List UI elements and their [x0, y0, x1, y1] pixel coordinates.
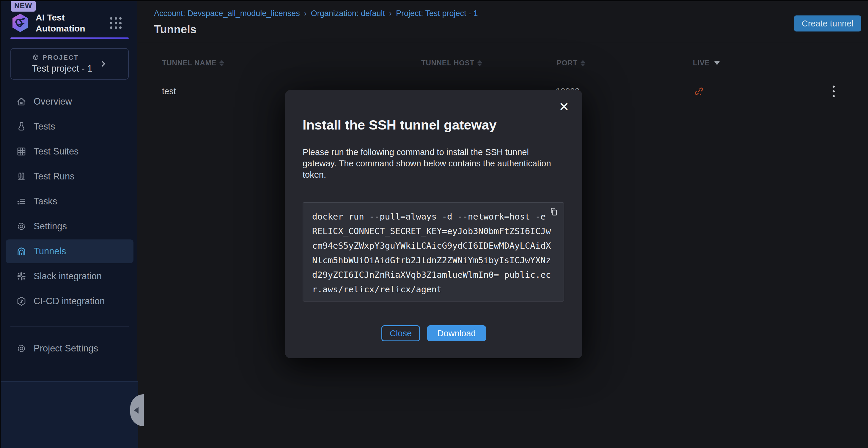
column-header-tunnel-name[interactable]: TUNNEL NAME: [162, 59, 224, 67]
app-name: AI Test Automation: [36, 12, 92, 34]
command-line: docker run --pull=always -d --network=ho…: [312, 210, 555, 224]
sidebar-item-label: Slack integration: [34, 271, 102, 282]
cell-tunnel-name: test: [162, 80, 176, 102]
cell-live-status: [693, 80, 704, 102]
column-header-live[interactable]: LIVE: [693, 59, 720, 67]
sidebar-divider: [10, 326, 129, 326]
sidebar-item-test-suites[interactable]: Test Suites: [1, 139, 138, 164]
command-line: Nlcm5hbWUiOiAidGtrb2JldnZ2ZWNiYm5ibyIsIC…: [312, 253, 555, 268]
command-line: cm94eS5yZWxpY3guYWkiLCAicG9ydCI6IDEwMDAy…: [312, 238, 555, 253]
sidebar-item-label: CI-CD integration: [34, 296, 105, 307]
copy-icon[interactable]: [549, 206, 559, 217]
sidebar-item-slack-integration[interactable]: Slack integration: [1, 264, 138, 289]
command-line: d29yZCI6ICJnZnRiaXVqb3Z1amlueWlmIn0= pub…: [312, 268, 555, 282]
header-divider: [138, 43, 868, 43]
sidebar-item-label: Overview: [34, 96, 72, 107]
breadcrumb: Account: Devspace_all_module_licenses › …: [154, 9, 478, 18]
app-root: NEW AI Test Automation: [0, 0, 868, 448]
breadcrumb-project-link[interactable]: Project: Test project - 1: [396, 9, 478, 18]
sort-icon: [581, 60, 585, 66]
grid-table-icon: [16, 146, 27, 157]
sort-desc-icon: [714, 61, 720, 65]
sidebar-item-label: Test Runs: [34, 171, 74, 182]
command-line: RELICX_CONNECT_SECRET_KEY=eyJob3N0bmFtZS…: [312, 224, 555, 238]
sidebar-nav: Overview Tests Test Suites: [1, 89, 138, 314]
sidebar-item-test-runs[interactable]: Test Runs: [1, 164, 138, 189]
sidebar-item-overview[interactable]: Overview: [1, 89, 138, 114]
sidebar-item-settings[interactable]: Settings: [1, 214, 138, 239]
gear-icon: [16, 343, 27, 354]
sidebar-item-project-settings[interactable]: Project Settings: [1, 336, 138, 361]
sidebar-item-tasks[interactable]: Tasks: [1, 189, 138, 214]
breadcrumb-organization-link[interactable]: Organization: default: [311, 9, 385, 18]
docker-command-code-block: docker run --pull=always -d --network=ho…: [303, 202, 564, 301]
sidebar-item-tunnels[interactable]: Tunnels: [6, 239, 133, 263]
breadcrumb-account-link[interactable]: Account: Devspace_all_module_licenses: [154, 9, 300, 18]
breadcrumb-separator: ›: [389, 9, 392, 18]
close-button[interactable]: Close: [381, 325, 420, 341]
test-runs-icon: [16, 171, 27, 182]
page-title: Tunnels: [154, 23, 196, 36]
package-icon: [32, 54, 39, 62]
modal-body-text: Please run the following command to inst…: [303, 147, 564, 180]
project-selector[interactable]: PROJECT Test project - 1: [10, 48, 129, 79]
sidebar-footer: ? Help AU admin user: [1, 381, 138, 448]
column-header-tunnel-host[interactable]: TUNNEL HOST: [421, 59, 482, 67]
brand-accent-line: [10, 37, 129, 39]
sidebar-item-tests[interactable]: Tests: [1, 114, 138, 139]
close-icon[interactable]: ✕: [559, 101, 569, 113]
sidebar-item-label: Tunnels: [34, 246, 66, 257]
sort-icon: [477, 60, 482, 66]
home-icon: [16, 96, 27, 107]
sidebar-item-label: Test Suites: [34, 146, 79, 157]
tunnel-disconnected-icon: [693, 86, 704, 97]
sort-icon: [219, 60, 224, 66]
chevron-right-icon: [99, 60, 107, 68]
sidebar: NEW AI Test Automation: [0, 0, 137, 448]
app-switcher-grid-icon[interactable]: [110, 17, 122, 29]
kebab-menu-icon[interactable]: [831, 84, 836, 99]
project-selector-label: PROJECT: [42, 54, 79, 62]
modal-title: Install the SSH tunnel gateway: [303, 117, 497, 133]
new-badge: NEW: [11, 1, 36, 11]
sidebar-item-cicd-integration[interactable]: CI-CD integration: [1, 289, 138, 314]
breadcrumb-separator: ›: [304, 9, 307, 18]
install-ssh-gateway-modal: ✕ Install the SSH tunnel gateway Please …: [285, 90, 582, 358]
project-selector-value: Test project - 1: [32, 63, 92, 74]
sidebar-item-label: Tests: [34, 121, 55, 132]
download-button[interactable]: Download: [427, 325, 486, 341]
modal-actions: Close Download: [285, 325, 582, 341]
slack-icon: [16, 270, 27, 282]
sidebar-item-label: Settings: [34, 221, 67, 232]
app-logo-icon: [11, 13, 30, 33]
command-line: r.aws/relicx/relicx/agent: [312, 282, 555, 297]
create-tunnel-button[interactable]: Create tunnel: [794, 15, 861, 31]
cicd-hexagon-icon: [16, 296, 27, 307]
sidebar-item-label: Project Settings: [34, 343, 98, 354]
tunnels-table-header: TUNNEL NAME TUNNEL HOST PORT LIVE: [138, 55, 868, 71]
sidebar-item-label: Tasks: [34, 196, 57, 207]
tunnel-icon: [16, 246, 27, 257]
flask-icon: [16, 121, 27, 132]
row-actions: [831, 80, 836, 102]
collapse-arrow-icon: [134, 407, 138, 414]
task-list-icon: [16, 196, 27, 207]
column-header-port[interactable]: PORT: [557, 59, 585, 67]
gear-icon: [16, 221, 27, 232]
